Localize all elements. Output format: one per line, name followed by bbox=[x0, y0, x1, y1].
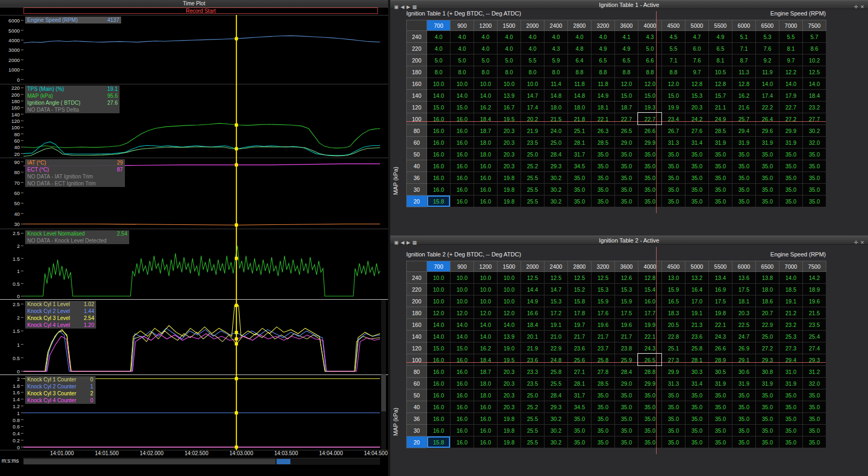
table-cell[interactable]: 16.0 bbox=[474, 184, 498, 196]
table-cell[interactable]: 28.8 bbox=[638, 366, 662, 378]
table-cell[interactable]: 18.4 bbox=[474, 354, 498, 366]
table-cell[interactable]: 23.7 bbox=[591, 342, 615, 354]
table-cell[interactable]: 14.0 bbox=[756, 78, 779, 90]
table-cell[interactable]: 35.0 bbox=[709, 160, 732, 172]
table-cell[interactable]: 16.0 bbox=[474, 196, 498, 207]
table-cell[interactable]: 22.1 bbox=[709, 319, 732, 331]
table-cell[interactable]: 23.5 bbox=[521, 378, 545, 389]
table-cell[interactable]: 18.3 bbox=[662, 307, 685, 319]
table-cell[interactable]: 16.0 bbox=[451, 113, 474, 125]
table-cell[interactable]: 11.8 bbox=[591, 78, 615, 90]
map-row-header[interactable]: 40 bbox=[407, 160, 427, 172]
table-cell[interactable]: 14.9 bbox=[521, 295, 545, 307]
rpm-column-header[interactable]: 1500 bbox=[498, 261, 521, 272]
table-cell[interactable]: 17.5 bbox=[732, 284, 756, 295]
rpm-column-header[interactable]: 5000 bbox=[685, 20, 709, 31]
table-cell[interactable]: 14.0 bbox=[803, 78, 826, 90]
table-cell[interactable]: 29.4 bbox=[732, 125, 756, 137]
legend-item[interactable]: NO DATA - ECT Ignition Trim bbox=[25, 180, 125, 187]
table-cell[interactable]: 30.2 bbox=[545, 196, 568, 207]
table-cell[interactable]: 35.0 bbox=[803, 149, 826, 160]
table-cell[interactable]: 17.4 bbox=[756, 90, 779, 102]
table-cell[interactable]: 16.0 bbox=[427, 160, 451, 172]
rpm-column-header[interactable]: 7000 bbox=[779, 20, 803, 31]
table-cell[interactable]: 13.6 bbox=[732, 272, 756, 284]
table-cell[interactable]: 10.0 bbox=[498, 295, 521, 307]
table-cell[interactable]: 28.1 bbox=[685, 354, 709, 366]
table-cell[interactable]: 12.5 bbox=[591, 272, 615, 284]
table-cell[interactable]: 26.7 bbox=[662, 125, 685, 137]
table-cell[interactable]: 16.0 bbox=[427, 149, 451, 160]
table-cell[interactable]: 8.0 bbox=[427, 66, 451, 78]
table-cell[interactable]: 16.0 bbox=[427, 389, 451, 401]
table-cell[interactable]: 5.1 bbox=[732, 31, 756, 43]
table-cell[interactable]: 35.0 bbox=[638, 184, 662, 196]
rpm-column-header[interactable]: 1200 bbox=[474, 20, 498, 31]
table-cell[interactable]: 28.1 bbox=[568, 137, 591, 149]
table-cell[interactable]: 35.0 bbox=[709, 149, 732, 160]
table-cell[interactable]: 35.0 bbox=[756, 436, 779, 448]
table-cell[interactable]: 16.0 bbox=[451, 172, 474, 184]
table-cell[interactable]: 21.0 bbox=[545, 331, 568, 342]
table-cell[interactable]: 18.0 bbox=[474, 389, 498, 401]
table-cell[interactable]: 35.0 bbox=[615, 149, 638, 160]
table-cell[interactable]: 31.3 bbox=[662, 378, 685, 389]
table-cell[interactable]: 23.4 bbox=[662, 113, 685, 125]
table-cell[interactable]: 31.9 bbox=[732, 378, 756, 389]
table-cell[interactable]: 35.0 bbox=[732, 389, 756, 401]
table-cell[interactable]: 25.0 bbox=[521, 389, 545, 401]
map-row-header[interactable]: 36 bbox=[407, 413, 427, 425]
table-cell[interactable]: 20.3 bbox=[498, 401, 521, 413]
table-cell[interactable]: 16.7 bbox=[498, 102, 521, 113]
table-cell[interactable]: 31.9 bbox=[756, 137, 779, 149]
table-cell[interactable]: 35.0 bbox=[638, 389, 662, 401]
table-cell[interactable]: 25.5 bbox=[521, 425, 545, 436]
table-cell[interactable]: 14.7 bbox=[521, 90, 545, 102]
rpm-column-header[interactable]: 900 bbox=[451, 261, 474, 272]
map-row-header[interactable]: 240 bbox=[407, 31, 427, 43]
nav-back-icon[interactable]: ◀ bbox=[401, 239, 405, 247]
table-cell[interactable]: 29.9 bbox=[779, 125, 803, 137]
table-cell[interactable]: 30.2 bbox=[545, 413, 568, 425]
map-row-header[interactable]: 160 bbox=[407, 319, 427, 331]
table-cell[interactable]: 4.3 bbox=[545, 43, 568, 54]
table-cell[interactable]: 35.0 bbox=[615, 389, 638, 401]
table-cell[interactable]: 10.0 bbox=[498, 284, 521, 295]
rpm-column-header[interactable]: 5500 bbox=[709, 261, 732, 272]
table-cell[interactable]: 16.6 bbox=[521, 307, 545, 319]
table-cell[interactable]: 31.9 bbox=[709, 137, 732, 149]
map-row-header[interactable]: 20 bbox=[407, 436, 427, 448]
table-cell[interactable]: 16.0 bbox=[451, 354, 474, 366]
table-cell[interactable]: 27.2 bbox=[779, 113, 803, 125]
table-cell[interactable]: 15.8 bbox=[568, 295, 591, 307]
table-cell[interactable]: 35.0 bbox=[638, 196, 662, 207]
table-cell[interactable]: 6.5 bbox=[709, 43, 732, 54]
table-cell[interactable]: 31.4 bbox=[685, 378, 709, 389]
table-cell[interactable]: 35.0 bbox=[803, 436, 826, 448]
table-cell[interactable]: 25.8 bbox=[685, 342, 709, 354]
table-cell[interactable]: 35.0 bbox=[591, 389, 615, 401]
table-cell[interactable]: 35.0 bbox=[685, 149, 709, 160]
table-cell[interactable]: 35.0 bbox=[803, 172, 826, 184]
table-cell[interactable]: 15.8 bbox=[427, 196, 451, 207]
table-cell[interactable]: 8.8 bbox=[662, 66, 685, 78]
table-cell[interactable]: 4.8 bbox=[568, 43, 591, 54]
table-cell[interactable]: 10.0 bbox=[498, 78, 521, 90]
table-cell[interactable]: 35.0 bbox=[685, 389, 709, 401]
table-cell[interactable]: 13.9 bbox=[498, 331, 521, 342]
table-cell[interactable]: 15.0 bbox=[427, 102, 451, 113]
table-cell[interactable]: 10.0 bbox=[474, 272, 498, 284]
table-cell[interactable]: 18.0 bbox=[545, 102, 568, 113]
table-cell[interactable]: 13.9 bbox=[498, 90, 521, 102]
table-cell[interactable]: 15.7 bbox=[709, 90, 732, 102]
table-cell[interactable]: 4.0 bbox=[427, 43, 451, 54]
table-cell[interactable]: 12.0 bbox=[427, 307, 451, 319]
table-cell[interactable]: 14.8 bbox=[568, 90, 591, 102]
table-cell[interactable]: 20.7 bbox=[756, 307, 779, 319]
table-cell[interactable]: 16.0 bbox=[427, 413, 451, 425]
table-cell[interactable]: 16.0 bbox=[427, 137, 451, 149]
table-cell[interactable]: 29.3 bbox=[545, 401, 568, 413]
table-cell[interactable]: 16.0 bbox=[427, 184, 451, 196]
table-cell[interactable]: 31.9 bbox=[709, 378, 732, 389]
table-cell[interactable]: 23.8 bbox=[615, 342, 638, 354]
